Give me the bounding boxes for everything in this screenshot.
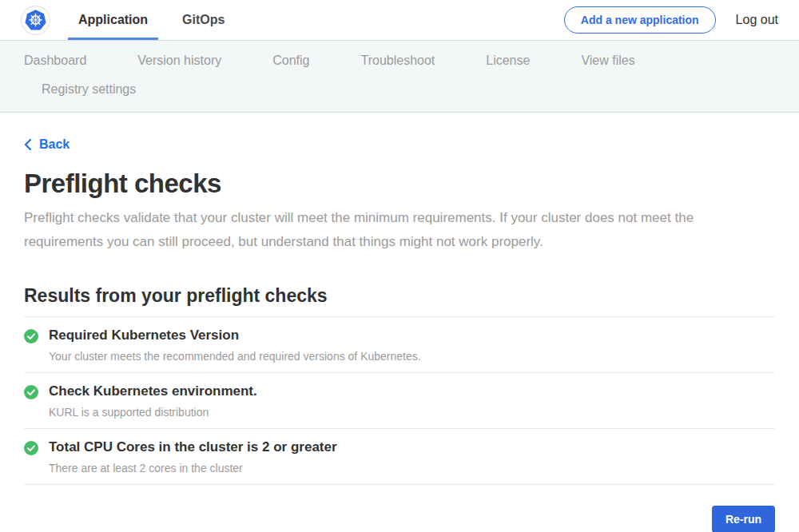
check-success-icon	[24, 329, 38, 343]
preflight-check-row: Total CPU Cores in the cluster is 2 or g…	[24, 429, 775, 485]
chevron-left-icon	[24, 139, 32, 150]
check-success-icon	[24, 385, 38, 399]
tab-gitops-label: GitOps	[182, 13, 225, 27]
page-description: Preflight checks validate that your clus…	[24, 206, 759, 254]
rerun-button[interactable]: Re-run	[712, 506, 775, 532]
check-message: KURL is a supported distribution	[49, 406, 257, 419]
subnav-registry-settings[interactable]: Registry settings	[42, 75, 136, 104]
subnav-view-files[interactable]: View files	[581, 46, 634, 75]
subnav-config[interactable]: Config	[272, 46, 309, 75]
top-header: Application GitOps Add a new application…	[0, 0, 799, 40]
subnav-version-history[interactable]: Version history	[137, 46, 221, 75]
check-message: There are at least 2 cores in the cluste…	[49, 462, 337, 474]
tab-application-label: Application	[78, 13, 148, 27]
back-link[interactable]: Back	[24, 137, 70, 152]
check-title: Required Kubernetes Version	[49, 328, 421, 343]
kubernetes-logo-icon	[21, 6, 50, 35]
check-title: Check Kubernetes environment.	[49, 383, 257, 399]
add-application-button[interactable]: Add a new application	[564, 6, 716, 34]
tab-application[interactable]: Application	[68, 0, 158, 40]
check-text: Required Kubernetes Version Your cluster…	[49, 328, 421, 363]
back-link-label: Back	[39, 137, 70, 152]
page-footer: Re-run	[24, 485, 775, 532]
check-text: Check Kubernetes environment. KURL is a …	[49, 383, 257, 419]
page-title: Preflight checks	[24, 169, 775, 199]
header-tabs: Application GitOps	[68, 0, 248, 40]
logout-link[interactable]: Log out	[736, 13, 778, 27]
preflight-content: Back Preflight checks Preflight checks v…	[0, 113, 799, 532]
check-text: Total CPU Cores in the cluster is 2 or g…	[49, 439, 337, 474]
preflight-check-row: Check Kubernetes environment. KURL is a …	[24, 373, 775, 429]
check-message: Your cluster meets the recommended and r…	[49, 350, 421, 363]
subnav-license[interactable]: License	[486, 46, 530, 75]
check-success-icon	[24, 441, 38, 455]
subnav-troubleshoot[interactable]: Troubleshoot	[360, 46, 435, 75]
subnav-dashboard[interactable]: Dashboard	[24, 46, 86, 75]
results-heading: Results from your preflight checks	[24, 285, 775, 317]
app-subnav: Dashboard Version history Config Trouble…	[0, 40, 799, 113]
preflight-check-row: Required Kubernetes Version Your cluster…	[24, 317, 775, 373]
preflight-check-list: Required Kubernetes Version Your cluster…	[24, 317, 775, 485]
check-title: Total CPU Cores in the cluster is 2 or g…	[49, 439, 337, 455]
tab-gitops[interactable]: GitOps	[172, 0, 235, 40]
